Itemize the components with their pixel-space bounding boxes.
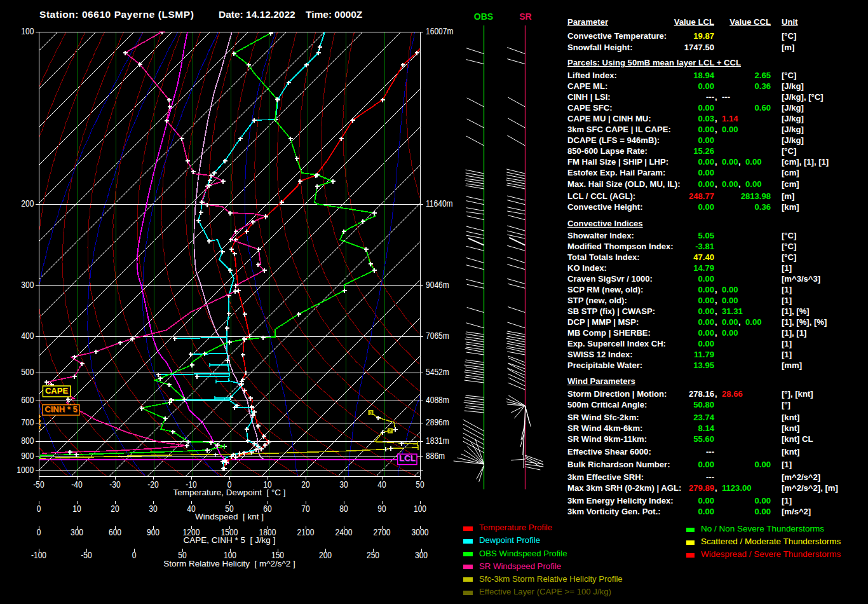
svg-text:2: 2 — [389, 428, 392, 434]
svg-text:3: 3 — [369, 410, 372, 416]
